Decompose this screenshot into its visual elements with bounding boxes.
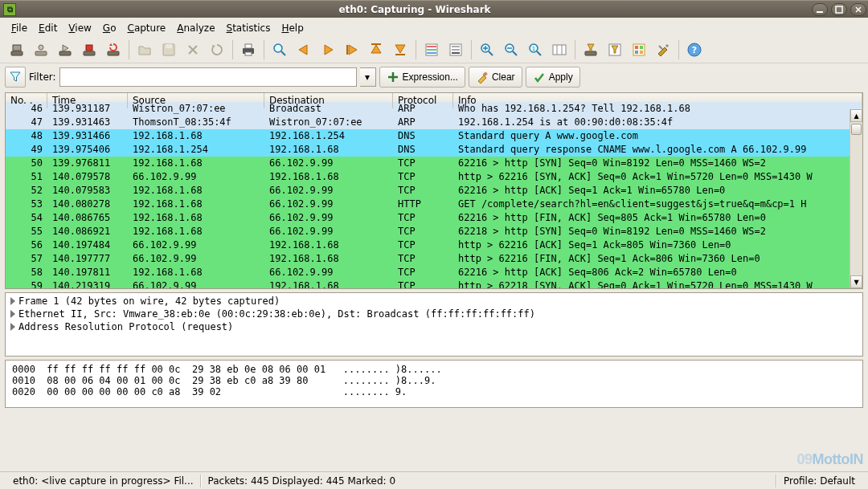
toolbar-separator <box>471 40 472 59</box>
scroll-down-icon[interactable]: ▼ <box>850 275 862 288</box>
svg-rect-28 <box>427 46 436 47</box>
go-first-icon[interactable] <box>365 39 387 61</box>
svg-rect-40 <box>585 51 596 55</box>
svg-rect-24 <box>371 43 381 45</box>
zoom-100-icon[interactable]: 1 <box>524 39 547 61</box>
restart-capture-icon[interactable] <box>102 39 125 61</box>
svg-rect-8 <box>84 51 95 55</box>
window-titlebar: ⧉ eth0: Capturing - Wireshark <box>0 0 868 18</box>
packet-row[interactable]: 53140.080278192.168.1.6866.102.9.99HTTPG… <box>6 198 862 211</box>
packet-row[interactable]: 59140.21931966.102.9.99192.168.1.68TCPht… <box>6 279 862 289</box>
colorize-icon[interactable] <box>420 39 443 61</box>
packet-row[interactable]: 48139.931466192.168.1.68192.168.1.254DNS… <box>6 129 862 143</box>
status-profile: Profile: Default <box>777 475 862 487</box>
packet-list-scrollbar[interactable]: ▲ ▼ <box>850 109 862 288</box>
svg-rect-44 <box>640 46 643 49</box>
clear-button[interactable]: Clear <box>469 67 522 88</box>
save-icon[interactable] <box>158 39 180 61</box>
go-forward-icon[interactable] <box>317 39 339 61</box>
menu-file[interactable]: File <box>6 21 32 35</box>
close-button[interactable] <box>850 3 866 16</box>
toolbar-separator <box>232 40 233 59</box>
apply-button[interactable]: Apply <box>526 67 580 88</box>
svg-rect-13 <box>166 44 172 48</box>
scroll-up-icon[interactable]: ▲ <box>850 109 862 122</box>
print-icon[interactable] <box>237 39 260 61</box>
svg-rect-39 <box>553 45 566 55</box>
packet-row[interactable]: 51140.07957866.102.9.99192.168.1.68TCPht… <box>6 170 862 184</box>
packet-row[interactable]: 47139.931463ThomsonT_08:35:4fWistron_07:… <box>6 116 862 129</box>
filter-label: Filter: <box>29 71 56 83</box>
zoom-out-icon[interactable] <box>500 39 522 61</box>
svg-rect-1 <box>836 6 842 13</box>
expand-icon[interactable] <box>10 310 15 318</box>
svg-rect-32 <box>452 46 460 47</box>
go-to-icon[interactable] <box>341 39 363 61</box>
packet-list-body[interactable]: 46139.931187Wistron_07:07:eeBroadcastARP… <box>6 102 862 289</box>
menu-analyze[interactable]: Analyze <box>172 21 219 35</box>
statusbar: eth0: <live capture in progress> Fil... … <box>0 471 868 489</box>
svg-rect-34 <box>452 52 460 54</box>
interfaces-icon[interactable] <box>6 39 28 61</box>
packet-row[interactable]: 46139.931187Wistron_07:07:eeBroadcastARP… <box>6 102 862 116</box>
help-icon[interactable]: ? <box>683 39 706 61</box>
svg-marker-11 <box>109 43 113 46</box>
filter-icon[interactable] <box>5 67 26 88</box>
menu-view[interactable]: View <box>63 21 96 35</box>
go-back-icon[interactable] <box>293 39 315 61</box>
close-file-icon[interactable] <box>182 39 204 61</box>
start-capture-icon[interactable] <box>54 39 76 61</box>
display-filters-icon[interactable] <box>604 39 626 61</box>
packet-row[interactable]: 58140.197811192.168.1.6866.102.9.99TCP62… <box>6 266 862 279</box>
svg-marker-19 <box>299 45 307 55</box>
packet-row[interactable]: 50139.976811192.168.1.6866.102.9.99TCP62… <box>6 157 862 170</box>
expand-icon[interactable] <box>10 323 15 331</box>
svg-rect-33 <box>452 49 460 51</box>
svg-rect-43 <box>635 46 638 49</box>
svg-rect-3 <box>13 45 21 51</box>
go-last-icon[interactable] <box>389 39 411 61</box>
filter-input[interactable] <box>59 67 357 87</box>
menu-help[interactable]: Help <box>276 21 308 35</box>
packet-bytes-pane[interactable]: 0000 ff ff ff ff ff ff 00 0c 29 38 eb 0e… <box>5 360 863 408</box>
menu-edit[interactable]: Edit <box>34 21 62 35</box>
coloring-rules-icon[interactable] <box>628 39 650 61</box>
maximize-button[interactable] <box>831 3 847 16</box>
packet-row[interactable]: 52140.079583192.168.1.6866.102.9.99TCP62… <box>6 184 862 198</box>
packet-row[interactable]: 54140.086765192.168.1.6866.102.9.99TCP62… <box>6 211 862 225</box>
resize-columns-icon[interactable] <box>548 39 571 61</box>
svg-point-5 <box>39 45 43 50</box>
zoom-in-icon[interactable] <box>476 39 498 61</box>
filter-dropdown-icon[interactable]: ▾ <box>360 67 376 87</box>
detail-arp: Address Resolution Protocol (request) <box>18 321 233 332</box>
menu-capture[interactable]: Capture <box>122 21 170 35</box>
packet-row[interactable]: 55140.086921192.168.1.6866.102.9.99TCP62… <box>6 225 862 238</box>
preferences-icon[interactable] <box>652 39 674 61</box>
options-icon[interactable] <box>30 39 52 61</box>
autoscroll-icon[interactable] <box>444 39 467 61</box>
stop-capture-icon[interactable] <box>78 39 100 61</box>
svg-rect-6 <box>59 51 71 55</box>
svg-point-18 <box>274 44 282 52</box>
scroll-thumb[interactable] <box>851 124 862 135</box>
detail-ethernet: Ethernet II, Src: Vmware_38:eb:0e (00:0c… <box>18 308 535 320</box>
main-toolbar: 1 ? <box>0 37 868 63</box>
reload-icon[interactable] <box>206 39 228 61</box>
capture-filters-icon[interactable] <box>579 39 602 61</box>
svg-text:1: 1 <box>532 46 535 52</box>
menu-go[interactable]: Go <box>98 21 121 35</box>
svg-marker-21 <box>349 45 357 55</box>
menu-statistics[interactable]: Statistics <box>222 21 276 35</box>
minimize-button[interactable] <box>812 3 828 16</box>
packet-row[interactable]: 57140.19777766.102.9.99192.168.1.68TCPht… <box>6 252 862 266</box>
packet-row[interactable]: 49139.975406192.168.1.254192.168.1.68DNS… <box>6 143 862 157</box>
find-icon[interactable] <box>268 39 291 61</box>
packet-row[interactable]: 56140.19748466.102.9.99192.168.1.68TCPht… <box>6 238 862 252</box>
svg-rect-16 <box>245 44 252 48</box>
toolbar-separator <box>678 40 679 59</box>
expression-button[interactable]: Expression... <box>379 67 465 88</box>
open-icon[interactable] <box>133 39 156 61</box>
svg-rect-17 <box>245 52 252 55</box>
expand-icon[interactable] <box>10 297 15 305</box>
packet-detail-pane[interactable]: Frame 1 (42 bytes on wire, 42 bytes capt… <box>5 292 863 357</box>
